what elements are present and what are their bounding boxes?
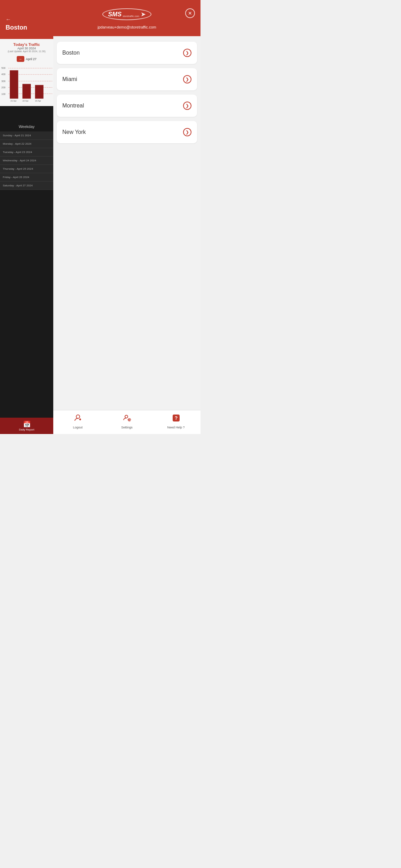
- svg-text:400: 400: [1, 73, 6, 75]
- sms-arrow-icon: ➤: [141, 10, 146, 18]
- location-name-montreal: Montreal: [62, 103, 84, 109]
- date-navigation: ← April 27: [0, 55, 53, 63]
- sms-logo: SMS storetraffic.com ➤: [102, 8, 151, 20]
- bar-23apr: [35, 85, 44, 98]
- location-chevron-newyork: ❯: [183, 128, 191, 136]
- help-icon: ?: [172, 414, 180, 424]
- chart-container: 500 400 300 200 100 21 Apr 22 Apr 23 Apr: [0, 63, 53, 106]
- weekday-item-thursday[interactable]: Thursday - April 25 2024: [0, 165, 53, 173]
- location-chevron-miami: ❯: [183, 75, 191, 83]
- settings-label: Settings: [121, 426, 133, 429]
- logout-label: Logout: [73, 426, 83, 429]
- location-item-boston[interactable]: Boston ❯: [57, 42, 197, 64]
- logout-icon: [74, 414, 82, 424]
- location-name-newyork: New York: [62, 129, 86, 135]
- weekday-item-monday[interactable]: Monday - April 22 2024: [0, 140, 53, 148]
- back-arrow-icon[interactable]: ←: [6, 16, 53, 23]
- location-list: Boston ❯ Miami ❯ Montreal ❯ New York ❯: [53, 36, 200, 410]
- svg-text:22 Apr: 22 Apr: [22, 100, 28, 102]
- weekday-item-tuesday[interactable]: Tuesday - April 23 2024: [0, 148, 53, 156]
- boston-title: Boston: [6, 24, 53, 31]
- location-item-montreal[interactable]: Montreal ❯: [57, 95, 197, 117]
- svg-point-13: [76, 415, 80, 418]
- weekday-section: Weekday Sunday - April 21 2024 Monday - …: [0, 122, 53, 190]
- svg-text:?: ?: [174, 415, 178, 421]
- weekday-item-saturday[interactable]: Saturday - April 27 2024: [0, 182, 53, 190]
- location-item-newyork[interactable]: New York ❯: [57, 121, 197, 143]
- bottom-nav: Logout Settings ? Need Hel: [53, 410, 200, 434]
- daily-report-icon: 📅: [1, 420, 52, 428]
- svg-text:500: 500: [1, 67, 6, 69]
- nav-date-label: April 27: [26, 57, 37, 61]
- weekday-item-friday[interactable]: Friday - April 26 2024: [0, 173, 53, 182]
- today-traffic-header: Today's Traffic April 30 2024 (Last Upda…: [0, 39, 53, 55]
- help-label: Need Help ?: [167, 426, 184, 429]
- svg-text:23 Apr: 23 Apr: [35, 100, 41, 102]
- overlay-panel: SMS storetraffic.com ➤ ✕ jpdarveau+demo@…: [53, 0, 200, 434]
- nav-item-logout[interactable]: Logout: [53, 414, 102, 429]
- today-traffic-update: (Last Update: April 30 2024, 11:30): [1, 50, 52, 53]
- location-chevron-montreal: ❯: [183, 102, 191, 110]
- svg-text:200: 200: [1, 86, 6, 89]
- boston-header: ← Boston: [0, 8, 53, 39]
- nav-item-settings[interactable]: Settings: [102, 414, 151, 429]
- svg-text:100: 100: [1, 93, 6, 95]
- sms-logo-subtext: storetraffic.com: [123, 15, 139, 17]
- svg-text:21 Apr: 21 Apr: [10, 100, 16, 102]
- daily-report-bar[interactable]: 📅 Daily Report: [0, 418, 53, 434]
- svg-text:300: 300: [1, 80, 6, 82]
- nav-item-help[interactable]: ? Need Help ?: [151, 414, 200, 429]
- svg-point-14: [125, 415, 128, 418]
- sms-logo-text: SMS: [108, 11, 121, 18]
- daily-report-label: Daily Report: [1, 428, 52, 431]
- weekday-header: Weekday: [0, 122, 53, 131]
- traffic-chart: 500 400 300 200 100 21 Apr 22 Apr 23 Apr: [1, 65, 53, 103]
- today-traffic-date: April 30 2024: [1, 47, 52, 50]
- boston-content: Today's Traffic April 30 2024 (Last Upda…: [0, 39, 53, 106]
- prev-arrow-button[interactable]: ←: [17, 56, 24, 62]
- settings-icon: [123, 414, 131, 424]
- weekday-item-sunday[interactable]: Sunday - April 21 2024: [0, 131, 53, 140]
- weekday-item-wednesday[interactable]: Wednesday - April 24 2024: [0, 156, 53, 165]
- svg-point-16: [129, 419, 129, 420]
- location-name-boston: Boston: [62, 50, 80, 56]
- close-button[interactable]: ✕: [185, 8, 195, 18]
- location-chevron-boston: ❯: [183, 49, 191, 57]
- bar-21apr: [10, 70, 18, 99]
- overlay-email: jpdarveau+demo@storetraffic.com: [97, 25, 156, 29]
- status-bar: [0, 0, 200, 8]
- overlay-header-top: SMS storetraffic.com ➤ ✕: [59, 8, 195, 24]
- location-name-miami: Miami: [62, 76, 77, 82]
- location-item-miami[interactable]: Miami ❯: [57, 68, 197, 90]
- today-traffic-title: Today's Traffic: [1, 42, 52, 47]
- bar-22apr: [22, 84, 31, 98]
